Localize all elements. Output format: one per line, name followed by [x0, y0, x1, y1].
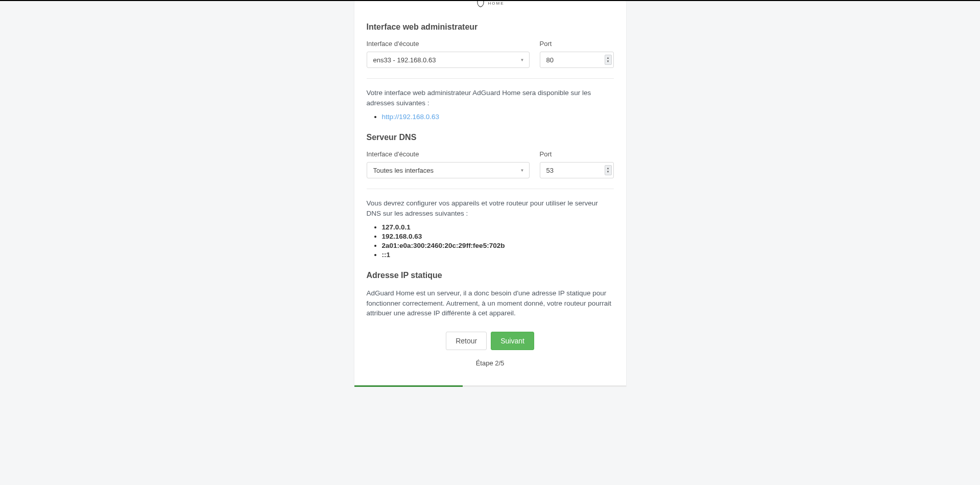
step-indicator: Étape 2/5 [367, 359, 614, 377]
dns-server-heading: Serveur DNS [367, 133, 614, 142]
dns-interface-label: Interface d'écoute [367, 150, 530, 158]
web-address-list: http://192.168.0.63 [367, 113, 614, 121]
dns-address: 192.168.0.63 [382, 233, 422, 240]
list-item: 127.0.0.1 [382, 223, 614, 231]
dns-port-label: Port [540, 150, 614, 158]
logo-area: HOME [354, 1, 626, 13]
progress-fill [354, 385, 463, 387]
button-row: Retour Suivant [367, 332, 614, 350]
dns-address: 127.0.0.1 [382, 223, 411, 231]
dns-port-input[interactable] [540, 162, 614, 178]
dns-info-text: Vous devrez configurer vos appareils et … [367, 198, 614, 218]
web-interface-heading: Interface web administrateur [367, 22, 614, 32]
list-item: ::1 [382, 251, 614, 259]
web-interface-label: Interface d'écoute [367, 40, 530, 48]
shield-icon [476, 0, 485, 8]
next-button[interactable]: Suivant [491, 332, 534, 350]
dns-address: 2a01:e0a:300:2460:20c:29ff:fee5:702b [382, 242, 505, 249]
logo-text: HOME [488, 2, 505, 6]
list-item: http://192.168.0.63 [382, 113, 614, 121]
logo: HOME [476, 2, 505, 8]
static-ip-heading: Adresse IP statique [367, 271, 614, 280]
web-port-input[interactable] [540, 52, 614, 68]
setup-card: HOME Interface web administrateur Interf… [354, 1, 626, 387]
static-ip-text: AdGuard Home est un serveur, il a donc b… [367, 288, 614, 318]
list-item: 192.168.0.63 [382, 233, 614, 240]
web-info-text: Votre interface web administrateur AdGua… [367, 88, 614, 108]
web-address-link[interactable]: http://192.168.0.63 [382, 113, 440, 121]
list-item: 2a01:e0a:300:2460:20c:29ff:fee5:702b [382, 242, 614, 249]
web-interface-select[interactable] [367, 52, 530, 68]
divider [367, 78, 614, 79]
dns-address-list: 127.0.0.1 192.168.0.63 2a01:e0a:300:2460… [367, 223, 614, 259]
web-port-label: Port [540, 40, 614, 48]
dns-address: ::1 [382, 251, 391, 259]
progress-bar [354, 385, 626, 387]
back-button[interactable]: Retour [446, 332, 487, 350]
divider [367, 189, 614, 189]
dns-interface-select[interactable] [367, 162, 530, 178]
